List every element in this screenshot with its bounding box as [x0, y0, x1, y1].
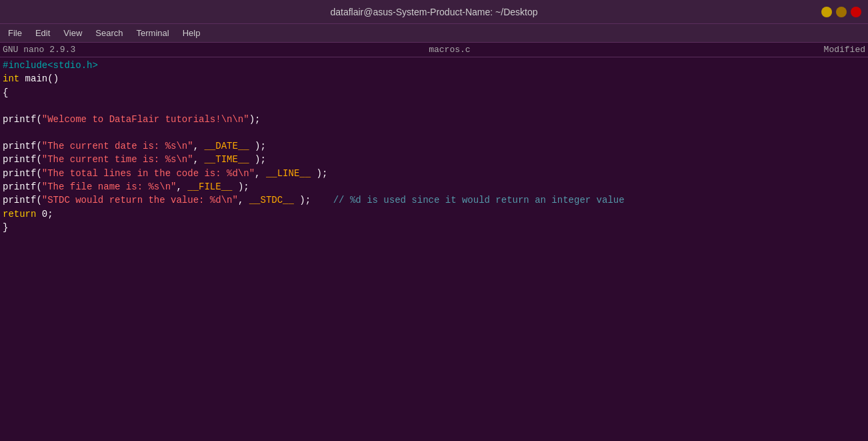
nano-filename: macros.c	[429, 45, 470, 55]
printf-file: printf(	[3, 181, 42, 192]
code-area[interactable]: #include<stdio.h> int main() { printf("W…	[0, 57, 868, 441]
macro-stdc: __STDC__	[249, 195, 294, 205]
menu-file[interactable]: File	[3, 27, 27, 39]
open-brace: {	[3, 87, 8, 98]
window-controls[interactable]	[821, 7, 861, 17]
nano-version: GNU nano 2.9.3	[3, 45, 75, 55]
code-line-11: printf("STDC would return the value: %d\…	[3, 193, 865, 207]
menu-view[interactable]: View	[58, 27, 87, 39]
close-button[interactable]	[851, 7, 861, 17]
printf-time: printf(	[3, 154, 42, 165]
keyword-int: int	[3, 73, 19, 84]
keyword-return: return	[3, 209, 36, 219]
return-value: 0;	[36, 209, 53, 219]
code-line-2: int main()	[3, 72, 865, 85]
comment-stdc: // %d is used since it would return an i…	[333, 195, 625, 205]
close-date: );	[249, 141, 266, 151]
title-bar: dataflair@asus-System-Product-Name: ~/De…	[0, 0, 868, 24]
close-lines: );	[311, 168, 327, 179]
menu-search[interactable]: Search	[90, 27, 128, 39]
string-date: "The current date is: %s\n"	[42, 141, 193, 151]
close-brace: }	[3, 222, 8, 233]
code-line-7: printf("The current date is: %s\n", __DA…	[3, 139, 865, 153]
close-time: );	[249, 154, 266, 165]
comma-stdc: ,	[238, 195, 249, 205]
string-stdc: "STDC would return the value: %d\n"	[42, 195, 238, 205]
comma-time: ,	[193, 154, 205, 165]
code-line-1: #include<stdio.h>	[3, 59, 865, 72]
close-file: );	[232, 181, 249, 192]
code-line-10: printf("The file name is: %s\n", __FILE_…	[3, 180, 865, 193]
printf-stdc: printf(	[3, 195, 42, 205]
string-time: "The current time is: %s\n"	[42, 154, 193, 165]
string-lines: "The total lines in the code is: %d\n"	[42, 168, 255, 179]
macro-time: __TIME__	[204, 154, 249, 165]
macro-line: __LINE__	[266, 168, 311, 179]
menu-bar: File Edit View Search Terminal Help	[0, 24, 868, 43]
include-file: <stdio.h>	[47, 60, 98, 71]
preprocessor-hash: #include	[3, 60, 47, 71]
maximize-button[interactable]	[836, 7, 847, 17]
semicolon-1: );	[249, 114, 261, 125]
function-main: main()	[19, 73, 59, 84]
code-line-9: printf("The total lines in the code is: …	[3, 167, 865, 180]
code-line-12: return 0;	[3, 207, 865, 221]
code-line-3: {	[3, 86, 865, 99]
close-stdc: );	[294, 195, 333, 205]
printf-lines: printf(	[3, 168, 42, 179]
menu-help[interactable]: Help	[177, 27, 206, 39]
minimize-button[interactable]	[821, 7, 832, 17]
code-line-8: printf("The current time is: %s\n", __TI…	[3, 153, 865, 166]
comma-file: ,	[176, 181, 187, 192]
macro-file: __FILE__	[187, 181, 232, 192]
string-file: "The file name is: %s\n"	[42, 181, 177, 192]
menu-terminal[interactable]: Terminal	[131, 27, 175, 39]
code-line-5: printf("Welcome to DataFlair tutorials!\…	[3, 113, 865, 126]
string-welcome: "Welcome to DataFlair tutorials!\n\n"	[42, 114, 249, 125]
comma-lines: ,	[255, 168, 266, 179]
nano-modified: Modified	[824, 45, 865, 55]
nano-header: GNU nano 2.9.3 macros.c Modified	[0, 43, 868, 57]
window-title: dataflair@asus-System-Product-Name: ~/De…	[47, 7, 821, 17]
comma-date: ,	[193, 141, 205, 151]
code-line-6	[3, 126, 865, 139]
code-line-4	[3, 99, 865, 113]
macro-date: __DATE__	[204, 141, 249, 151]
menu-edit[interactable]: Edit	[30, 27, 55, 39]
printf-date: printf(	[3, 141, 42, 151]
printf-welcome: printf(	[3, 114, 42, 125]
code-line-13: }	[3, 221, 865, 234]
